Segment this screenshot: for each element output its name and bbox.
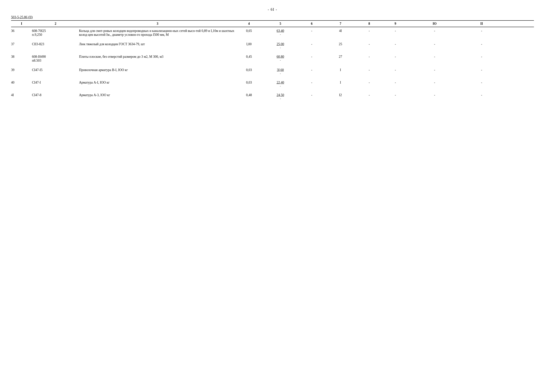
entry-desc: Арматура А-3, IOO кг — [79, 93, 236, 97]
header-col-4: 4 — [236, 22, 262, 26]
entry-col11: - — [461, 42, 502, 46]
page-title: - 6I - — [11, 7, 534, 12]
entry-col6: - — [299, 81, 325, 85]
table-row: 37 СII3-823 Люк тяжелый для колодцев ГОС… — [11, 42, 534, 49]
entry-num: 37 — [11, 42, 32, 46]
entry-col9: - — [382, 93, 409, 97]
entry-col10: - — [409, 93, 461, 97]
entry-col4: 0,03 — [236, 81, 262, 85]
table-row: 39 СI47-I5 Проволочная арматура В-I, IOO… — [11, 68, 534, 75]
entry-col4: 0,48 — [236, 93, 262, 97]
entry-col8: - — [356, 42, 382, 46]
entry-col6: - — [299, 68, 325, 72]
entry-col8: - — [356, 68, 382, 72]
entry-code: СII3-823 — [32, 42, 79, 46]
entry-num: 39 — [11, 68, 32, 72]
data-rows: 36 608-70I25 п.9,250 Кольца для смот-ров… — [11, 29, 534, 100]
entry-col8: - — [356, 93, 382, 97]
entry-col8: - — [356, 55, 382, 59]
entry-col6: - — [299, 42, 325, 46]
entry-col11: - — [461, 81, 502, 85]
entry-col9: - — [382, 29, 409, 33]
entry-desc: Люк тяжелый для колодцев ГОСТ 3634-79, ш… — [79, 42, 236, 46]
entry-col6: - — [299, 55, 325, 59]
entry-col5: 22,40- — [262, 81, 299, 88]
header-col-10: IO — [409, 22, 461, 26]
doc-ref: 503-5-25.86 (II) — [11, 15, 534, 19]
entry-col7: I2 — [325, 93, 356, 97]
entry-col7: I — [325, 68, 356, 72]
table-row: 36 608-70I25 п.9,250 Кольца для смот-ров… — [11, 29, 534, 37]
header-col-6: 6 — [299, 22, 325, 26]
table-row: 4I СI47-8 Арматура А-3, IOO кг 0,48 24,5… — [11, 93, 534, 100]
entry-col7: 25 — [325, 42, 356, 46]
entry-col4: 0,65 — [236, 29, 262, 33]
entry-col11: - — [461, 29, 502, 33]
table-row: 40 СI47-I Арматура А-I, IOO кг 0,03 22,4… — [11, 81, 534, 88]
entry-col5: 60,80- — [262, 55, 299, 62]
header-col-2: 2 — [32, 22, 79, 26]
entry-col11: - — [461, 93, 502, 97]
entry-desc: Арматура А-I, IOO кг — [79, 81, 236, 85]
entry-num: 38 — [11, 55, 32, 59]
entry-col10: - — [409, 81, 461, 85]
entry-desc: Плиты плоские, без отверстий размером до… — [79, 55, 236, 59]
header-col-11: II — [461, 22, 502, 26]
header-col-8: 8 — [356, 22, 382, 26]
entry-col5: 25,00- — [262, 42, 299, 49]
entry-col9: - — [382, 55, 409, 59]
entry-num: 4I — [11, 93, 32, 97]
entry-col9: - — [382, 42, 409, 46]
entry-code: СI47-I — [32, 81, 79, 85]
entry-col7: 27 — [325, 55, 356, 59]
entry-code: СI47-8 — [32, 93, 79, 97]
entry-col10: - — [409, 42, 461, 46]
header-col-3: 3 — [79, 22, 236, 26]
header-row: I 2 3 4 5 6 7 8 9 IO II — [11, 20, 534, 27]
entry-col4: 0,45 — [236, 55, 262, 59]
entry-col7: 4I — [325, 29, 356, 33]
entry-col11: - — [461, 55, 502, 59]
entry-col9: - — [382, 81, 409, 85]
entry-col10: - — [409, 29, 461, 33]
entry-col11: - — [461, 68, 502, 72]
header-col-1: I — [11, 22, 32, 26]
entry-col6: - — [299, 29, 325, 33]
entry-num: 40 — [11, 81, 32, 85]
entry-col8: - — [356, 81, 382, 85]
entry-col10: - — [409, 68, 461, 72]
entry-code: 608-I0490 п8.503 — [32, 55, 79, 62]
entry-col5: 63,40- — [262, 29, 299, 36]
entry-col10: - — [409, 55, 461, 59]
entry-col5: 24,50- — [262, 93, 299, 100]
entry-col4: I,00 — [236, 42, 262, 46]
entry-code: СI47-I5 — [32, 68, 79, 72]
header-col-9: 9 — [382, 22, 409, 26]
table-row: 38 608-I0490 п8.503 Плиты плоские, без о… — [11, 55, 534, 62]
header-col-7: 7 — [325, 22, 356, 26]
entry-code: 608-70I25 п.9,250 — [32, 29, 79, 37]
entry-col9: - — [382, 68, 409, 72]
entry-desc: Кольца для смот-ровых колодцев водопрово… — [79, 29, 236, 37]
entry-num: 36 — [11, 29, 32, 33]
header-col-5: 5 — [262, 22, 299, 26]
entry-desc: Проволочная арматура В-I, IOO кг — [79, 68, 236, 72]
entry-col6: - — [299, 93, 325, 97]
entry-col4: 0,03 — [236, 68, 262, 72]
entry-col8: - — [356, 29, 382, 33]
entry-col7: I — [325, 81, 356, 85]
entry-col5: 3I,60- — [262, 68, 299, 75]
